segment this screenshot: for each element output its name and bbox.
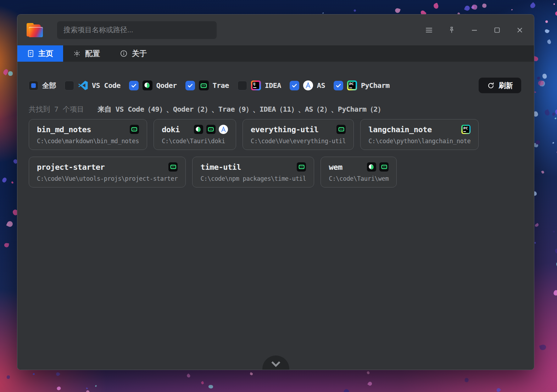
wallpaper-particle [541,170,545,174]
trae-icon [130,125,139,134]
wallpaper-particle [11,181,14,184]
wallpaper-particle [542,73,547,79]
pycharm-icon: PC [461,125,470,134]
project-path: C:\code\markdown\bin_md_notes [37,138,139,145]
filter-item-qoder[interactable]: Qoder [129,80,177,90]
project-name: doki [162,125,180,134]
wallpaper-particle [208,385,213,389]
project-ide-icons [159,162,178,172]
trae-icon [379,162,389,172]
project-card[interactable]: time-util C:\code\npm packages\time-util [192,157,314,187]
filter-label: Trae [213,81,229,90]
project-card[interactable]: project-starter C:\code\Vue\utools-projs… [29,157,186,187]
filter-label: IDEA [265,81,281,90]
trae-icon [297,162,306,172]
app-window: 主页 配置 关于 全部 VS Code Qoder Trae IJIDEA AS… [17,14,534,370]
wallpaper-particle [464,5,470,11]
project-name: wem [329,163,342,172]
wallpaper-particle [537,77,540,80]
checkbox-checked[interactable] [334,81,343,90]
close-button[interactable] [515,25,525,35]
wallpaper-particle [554,248,557,254]
project-card[interactable]: bin_md_notes C:\code\markdown\bin_md_not… [29,119,147,150]
project-card[interactable]: everything-util C:\code\Vue\everything-u… [243,119,354,150]
vscode-icon [78,80,88,90]
main-content: 全部 VS Code Qoder Trae IJIDEA AS PCPyChar… [17,62,534,370]
project-card[interactable]: wem C:\code\Tauri\wem [321,157,397,187]
qoder-icon [367,162,376,172]
summary-found: 共找到 7 个项目 [29,105,84,114]
wallpaper-particle [529,2,536,9]
tab-settings[interactable]: 配置 [63,45,110,62]
filter-item-vscode[interactable]: VS Code [65,80,121,90]
project-ide-icons [185,125,228,134]
filter-row: 全部 VS Code Qoder Trae IJIDEA AS PCPyChar… [29,78,521,93]
qoder-icon [143,80,152,90]
search-input[interactable] [63,26,210,34]
project-card[interactable]: langchain_note PC C:\code\python\langcha… [360,119,479,150]
project-ide-icons [121,125,139,134]
wallpaper-particle [250,372,253,375]
filter-item-idea[interactable]: IJIDEA [238,80,281,90]
filter-item-pycharm[interactable]: PCPyCharm [334,80,390,90]
wallpaper-particle [353,9,356,12]
wallpaper-particle [186,373,191,378]
project-ide-icons: PC [452,125,470,134]
pin-icon[interactable] [447,25,457,35]
project-name: project-starter [37,163,105,172]
filter-label: PyCharm [361,81,390,90]
wallpaper-particle [367,371,370,375]
wallpaper-particle [8,71,13,76]
filter-label: VS Code [92,81,121,90]
titlebar [17,15,534,45]
project-name: time-util [200,163,241,172]
wallpaper-particle [86,390,90,392]
wallpaper-particle [539,344,547,351]
wallpaper-particle [394,7,401,13]
app-logo-folder-icon [27,23,43,37]
wallpaper-particle [56,386,61,391]
filter-item-all[interactable]: 全部 [29,81,56,90]
checkbox-checked[interactable] [129,81,139,90]
wallpaper-particle [544,109,550,116]
menu-icon[interactable] [424,25,434,35]
checkbox-unchecked[interactable] [238,81,247,90]
wallpaper-particle [511,9,513,11]
filter-item-trae[interactable]: Trae [185,80,229,90]
wallpaper-particle [433,3,439,10]
project-path: C:\code\Vue\utools-projs\project-starter [37,175,178,182]
wallpaper-particle [343,388,350,392]
wallpaper-particle [33,373,35,375]
checkbox-checked[interactable] [290,81,299,90]
summary-row: 共找到 7 个项目 来自 VS Code（49）、Qoder（2）、Trae（9… [29,105,521,114]
info-icon [120,50,128,57]
project-ide-icons [358,162,389,172]
refresh-button[interactable]: 刷新 [479,78,521,93]
minimize-button[interactable] [469,25,479,35]
wallpaper-particle [1,177,7,183]
summary-sources: 来自 VS Code（49）、Qoder（2）、Trae（9）、IDEA（11）… [98,105,384,114]
checkbox-unchecked[interactable] [65,81,74,90]
trae-icon [336,125,346,134]
wallpaper-particle [4,243,9,248]
wallpaper-particle [534,242,536,243]
maximize-button[interactable] [492,25,502,35]
scroll-down-button[interactable] [262,355,289,370]
project-path: C:\code\Tauri\wem [329,175,389,182]
filter-label: 全部 [42,81,56,90]
project-path: C:\code\python\langchain_note [368,138,470,145]
tab-about[interactable]: 关于 [110,45,157,62]
tab-home[interactable]: 主页 [17,45,63,62]
search-box[interactable] [57,21,217,39]
project-path: C:\code\npm packages\time-util [200,175,306,182]
checkbox-indeterminate[interactable] [29,81,38,90]
tab-label: 主页 [38,49,53,58]
filter-item-android-studio[interactable]: AS [290,80,325,90]
wallpaper-particle [553,3,555,5]
project-card[interactable]: doki C:\code\Tauri\doki [154,119,236,150]
checkbox-checked[interactable] [185,81,195,90]
trae-icon [199,80,209,90]
wallpaper-particle [535,140,540,144]
project-path: C:\code\Tauri\doki [162,138,228,145]
wallpaper-particle [534,223,539,228]
